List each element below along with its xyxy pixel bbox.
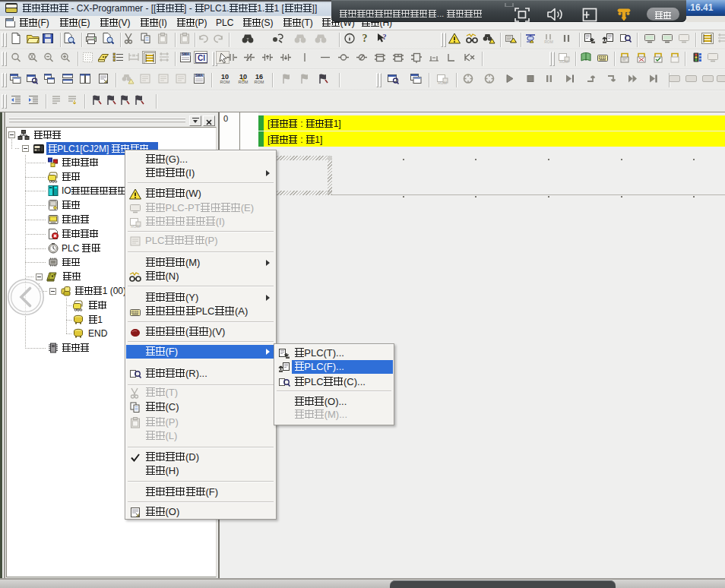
svg-text:?: ? [383, 33, 387, 41]
svg-text:ROM: ROM [559, 59, 568, 64]
svg-text:CI: CI [198, 54, 205, 62]
svg-text:ROM: ROM [131, 224, 140, 229]
svg-text:ROM: ROM [438, 81, 447, 85]
svg-text:SMA: SMA [182, 52, 190, 56]
svg-text:?: ? [362, 33, 368, 44]
svg-text:ROM: ROM [239, 80, 249, 84]
svg-text:ROM: ROM [255, 80, 264, 84]
svg-text:SMA: SMA [195, 74, 204, 77]
svg-text:ROM: ROM [220, 80, 230, 84]
svg-text:ROM: ROM [544, 40, 553, 44]
